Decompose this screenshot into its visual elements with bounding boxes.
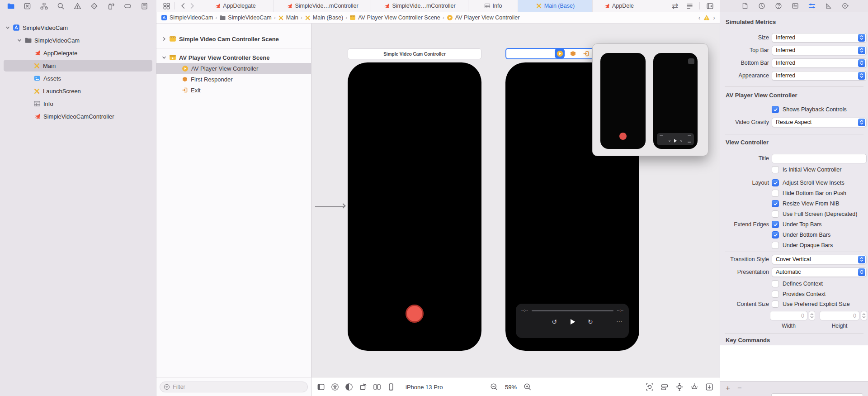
navigator-item-project[interactable]: SimpleVideoCam (0, 21, 156, 34)
help-inspector-icon[interactable] (774, 1, 783, 10)
title-field[interactable] (772, 154, 867, 163)
outline-scene2-header[interactable]: AV Player View Controller Scene (156, 52, 311, 63)
issues-warning-icon[interactable] (73, 1, 82, 10)
navigator-item-info[interactable]: Info (0, 97, 156, 110)
scrubber-track[interactable] (532, 310, 613, 311)
adjust-scroll-view-insets-checkbox[interactable] (772, 179, 779, 186)
tab-appdelegate[interactable]: AppDelegate (197, 0, 274, 12)
search-icon[interactable] (56, 1, 65, 10)
top-bar-dropdown[interactable]: Inferred (772, 46, 867, 55)
outline-item-exit[interactable]: Exit (156, 85, 311, 95)
debug-capsule-icon[interactable] (123, 1, 132, 10)
appearance-dropdown[interactable]: Inferred (772, 71, 867, 81)
is-initial-checkbox[interactable] (772, 166, 779, 173)
add-editor-icon[interactable] (705, 1, 714, 10)
connections-inspector-icon[interactable] (841, 1, 850, 10)
height-field[interactable]: 0 (820, 311, 859, 320)
tab-simplevideocam-controller-2[interactable]: SimpleVide…mController (371, 0, 468, 12)
navigator-item-group[interactable]: SimpleVideoCam (0, 34, 156, 47)
presentation-dropdown[interactable]: Automatic (772, 267, 867, 277)
skip-forward-icon[interactable]: ↻ (588, 319, 593, 325)
accessibility-icon[interactable] (331, 383, 339, 391)
symbol-hierarchy-icon[interactable] (39, 1, 48, 10)
zoom-level[interactable]: 59% (505, 384, 517, 391)
navigator-item-appdelegate[interactable]: AppDelegate (0, 47, 156, 59)
forward-chevron-icon[interactable] (188, 1, 197, 10)
play-icon[interactable] (569, 318, 576, 325)
outline-scene1-header[interactable]: Simple Video Cam Controller Scene (156, 33, 311, 44)
initial-entry-arrow[interactable] (315, 206, 344, 207)
disclosure-closed-icon[interactable] (162, 37, 166, 41)
resolve-layout-icon[interactable] (690, 383, 698, 391)
first-responder-cube-icon[interactable] (570, 50, 576, 57)
breadcrumb-project[interactable]: SimpleVideoCam (161, 14, 213, 21)
title-input[interactable] (772, 154, 866, 163)
width-stepper[interactable] (809, 311, 815, 320)
project-navigator-folder-icon[interactable] (6, 1, 15, 10)
update-frames-icon[interactable] (646, 383, 654, 391)
remove-key-command-button[interactable]: − (737, 384, 742, 392)
breadcrumb-main-base[interactable]: Main (Base) (305, 14, 343, 21)
add-key-command-button[interactable]: + (726, 384, 730, 392)
quick-help-inspector-icon[interactable] (791, 1, 800, 10)
navigator-item-assets[interactable]: Assets (0, 72, 156, 85)
size-dropdown[interactable]: Inferred (772, 33, 867, 43)
appearance-mode-icon[interactable] (345, 383, 353, 391)
next-issue-icon[interactable]: › (713, 14, 715, 21)
outline-item-first-responder[interactable]: First Responder (156, 74, 311, 85)
scene1-title-bar[interactable]: Simple Video Cam Controller (348, 48, 481, 59)
zoom-in-icon[interactable] (524, 383, 532, 391)
source-control-icon[interactable] (23, 1, 32, 10)
resize-view-from-nib-checkbox[interactable] (772, 200, 779, 207)
report-list-icon[interactable] (140, 1, 149, 10)
defines-context-checkbox[interactable] (772, 280, 779, 287)
code-review-arrows-icon[interactable]: ⇄ (670, 1, 679, 10)
disclosure-open-icon[interactable] (17, 38, 22, 43)
under-top-bars-checkbox[interactable] (772, 221, 779, 228)
playback-controls-bar[interactable]: --:-- --:-- ↺ ↻ ⋯ (516, 304, 629, 338)
filter-field[interactable] (160, 382, 308, 392)
tab-simplevideocam-controller-1[interactable]: SimpleVide…mController (274, 0, 371, 12)
outline-toggle-icon[interactable] (317, 383, 325, 391)
tab-appdelegate-2[interactable]: AppDele (592, 0, 646, 12)
under-opaque-bars-checkbox[interactable] (772, 242, 779, 249)
breadcrumb-view-controller[interactable]: AV Player View Controller (447, 14, 520, 21)
file-inspector-icon[interactable] (741, 1, 750, 10)
record-button[interactable] (406, 305, 424, 323)
embed-in-icon[interactable] (705, 383, 713, 391)
bottom-bar-dropdown[interactable]: Inferred (772, 58, 867, 68)
storyboard-canvas[interactable]: Simple Video Cam Controller --:-- --:-- … (311, 24, 720, 377)
navigator-item-simplevideocamcontroller[interactable]: SimpleVideoCamController (0, 110, 156, 123)
breadcrumb-main[interactable]: Main (278, 14, 298, 21)
width-field[interactable]: 0 (770, 311, 807, 320)
size-inspector-icon[interactable] (824, 1, 833, 10)
history-inspector-icon[interactable] (757, 1, 766, 10)
embed-stack-icon[interactable] (660, 383, 669, 391)
more-options-icon[interactable]: ⋯ (616, 318, 623, 324)
hide-bottom-bar-checkbox[interactable] (772, 190, 779, 197)
split-view-icon[interactable] (373, 383, 381, 391)
breakpoint-diamond-icon[interactable] (90, 1, 99, 10)
filter-input[interactable] (173, 384, 304, 390)
height-stepper[interactable] (861, 311, 867, 320)
transition-style-dropdown[interactable]: Cover Vertical (772, 255, 867, 264)
editor-layout-grid-icon[interactable] (162, 1, 171, 10)
previous-issue-icon[interactable]: ‹ (698, 14, 701, 21)
add-constraints-icon[interactable] (675, 383, 684, 391)
attributes-inspector-icon[interactable] (807, 1, 816, 10)
zoom-out-icon[interactable] (490, 383, 498, 391)
shows-playback-controls-checkbox[interactable] (772, 106, 779, 113)
breadcrumb-scene[interactable]: AV Player View Controller Scene (349, 14, 440, 21)
device-name[interactable]: iPhone 13 Pro (406, 384, 443, 391)
key-commands-table[interactable] (720, 345, 868, 381)
outline-item-av-player-view-controller[interactable]: AV Player View Controller (156, 63, 311, 74)
warning-triangle-icon[interactable] (703, 14, 710, 21)
video-gravity-dropdown[interactable]: Resize Aspect (772, 118, 867, 127)
play-badge-icon[interactable] (555, 48, 565, 58)
under-bottom-bars-checkbox[interactable] (772, 231, 779, 239)
breadcrumb-folder[interactable]: SimpleVideoCam (219, 14, 271, 21)
tab-main-base[interactable]: Main (Base) (518, 0, 592, 12)
test-spray-icon[interactable] (106, 1, 115, 10)
exit-icon[interactable] (583, 50, 590, 57)
scene1-view[interactable] (348, 62, 481, 351)
